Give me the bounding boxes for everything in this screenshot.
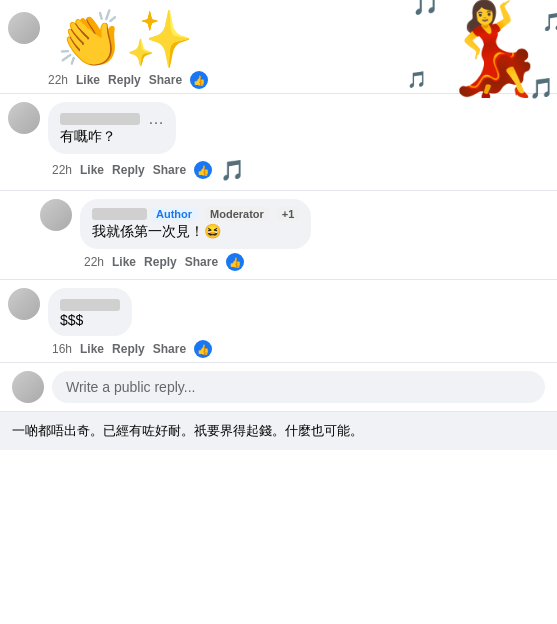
comment2-time: 22h <box>52 163 72 177</box>
comment1-reply-btn[interactable]: Reply <box>108 73 141 87</box>
comment2-actions: 22h Like Reply Share 👍 🎵 <box>48 158 549 182</box>
comment4-time: 16h <box>52 342 72 356</box>
comment3-actions: 22h Like Reply Share 👍 <box>80 253 549 271</box>
comment2-share-btn[interactable]: Share <box>153 163 186 177</box>
comment3-time: 22h <box>84 255 104 269</box>
comment3-name-badges: Author Moderator +1 <box>92 207 299 221</box>
comment3-plus-badge: +1 <box>277 207 300 221</box>
comment3-avatar <box>40 199 72 231</box>
comment4-like-icon: 👍 <box>194 340 212 358</box>
comment3-item: Author Moderator +1 我就係第一次見！😆 22h Like R… <box>40 195 557 275</box>
clapping-emoji: 👏✨ <box>56 12 194 67</box>
comment2-avatar <box>8 102 40 134</box>
reply-input[interactable]: Write a public reply... <box>52 371 545 403</box>
comment1-share-btn[interactable]: Share <box>149 73 182 87</box>
comment4-avatar <box>8 288 40 320</box>
dancing-illustration: 💃 🎵 🎵 🎵 🎵 <box>437 3 549 93</box>
comment3-like-icon: 👍 <box>226 253 244 271</box>
comment4-body: $$$ 16h Like Reply Share 👍 <box>48 288 549 358</box>
comment2-item: … 有嘅咋？ 22h Like Reply Share 👍 🎵 <box>0 98 557 186</box>
comment4-reply-btn[interactable]: Reply <box>112 342 145 356</box>
comment3-name <box>92 208 147 220</box>
comment3-author-badge: Author <box>151 207 197 221</box>
comment3-text: 我就係第一次見！😆 <box>92 223 299 241</box>
comment4-share-btn[interactable]: Share <box>153 342 186 356</box>
comment4-text: $$$ <box>60 312 120 328</box>
comment4-actions: 16h Like Reply Share 👍 <box>48 340 549 358</box>
comment3-body: Author Moderator +1 我就係第一次見！😆 22h Like R… <box>80 199 549 271</box>
comment2-name <box>60 113 140 125</box>
bottom-comment-text: 一啲都唔出奇。已經有咗好耐。祇要界得起錢。什麼也可能。 <box>0 411 557 450</box>
comment3-reply-btn[interactable]: Reply <box>144 255 177 269</box>
music-note-decoration: 🎵 <box>220 158 245 182</box>
comment3-share-btn[interactable]: Share <box>185 255 218 269</box>
comment2-text: 有嘅咋？ <box>60 128 164 146</box>
comment3-bubble: Author Moderator +1 我就係第一次見！😆 <box>80 199 311 249</box>
comment3-wrapper: Author Moderator +1 我就係第一次見！😆 22h Like R… <box>0 195 557 275</box>
comment2-dots[interactable]: … <box>148 110 164 128</box>
comment3-moderator-badge: Moderator <box>205 207 269 221</box>
comment1-like-btn[interactable]: Like <box>76 73 100 87</box>
comment2-body: … 有嘅咋？ 22h Like Reply Share 👍 🎵 <box>48 102 549 182</box>
reply-avatar <box>12 371 44 403</box>
comment4-like-btn[interactable]: Like <box>80 342 104 356</box>
comment1-like-icon: 👍 <box>190 71 208 89</box>
write-reply-area: Write a public reply... <box>0 362 557 411</box>
comment4-name <box>60 299 120 311</box>
comment2-bubble: … 有嘅咋？ <box>48 102 176 154</box>
comment3-like-btn[interactable]: Like <box>112 255 136 269</box>
comment2-like-icon: 👍 <box>194 161 212 179</box>
divider3 <box>0 279 557 280</box>
comment4-item: $$$ 16h Like Reply Share 👍 <box>0 284 557 362</box>
avatar <box>8 12 40 44</box>
comment4-bubble: $$$ <box>48 288 132 336</box>
comment2-like-btn[interactable]: Like <box>80 163 104 177</box>
comment2-reply-btn[interactable]: Reply <box>112 163 145 177</box>
divider2 <box>0 190 557 191</box>
first-comment-area: 👏✨ 💃 🎵 🎵 🎵 🎵 <box>0 8 557 67</box>
comment1-time: 22h <box>48 73 68 87</box>
comment-section: 👏✨ 💃 🎵 🎵 🎵 🎵 22h Like Reply Share 👍 <box>0 0 557 458</box>
